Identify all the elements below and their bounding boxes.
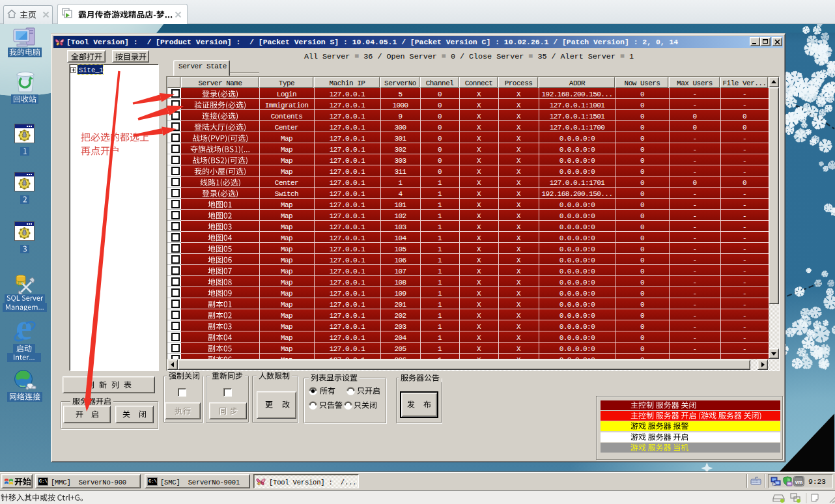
svg-text:vm: vm — [795, 479, 803, 485]
